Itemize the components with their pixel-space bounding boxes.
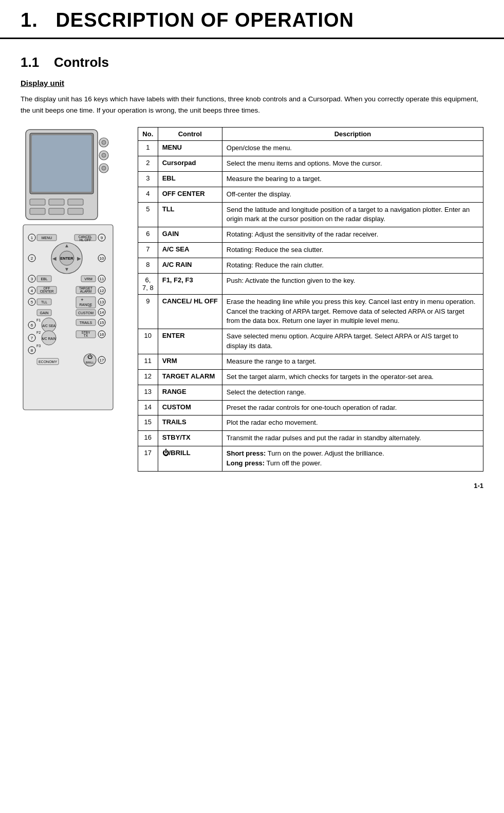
row-no: 10 [138,329,158,354]
row-description: Set the target alarm, which checks for t… [222,369,483,385]
page-title: 1. DESCRIPTION OF OPERATION [21,9,483,31]
row-control: A/C SEA [158,243,222,258]
row-description: Save selected menu option. Acquire ARPA … [222,329,483,354]
row-control: RANGE [158,385,222,400]
svg-text:8: 8 [31,348,33,353]
row-control: ENTER [158,329,222,354]
svg-text:ECONOMY: ECONOMY [39,360,58,364]
svg-text:▶: ▶ [77,256,81,261]
svg-text:MENU: MENU [42,236,52,240]
svg-text:11: 11 [100,277,104,281]
svg-text:ALARM: ALARM [80,290,91,293]
table-row: 10ENTERSave selected menu option. Acquir… [138,329,483,354]
row-description: Plot the radar echo movement. [222,415,483,431]
row-no: 8 [138,258,158,273]
svg-text:EBL: EBL [41,277,47,281]
svg-text:13: 13 [100,300,104,304]
row-no: 9 [138,294,158,329]
row-control: ⏻/BRILL [158,446,222,472]
table-row: 16STBY/TXTransmit the radar pulses and p… [138,431,483,446]
svg-text:A/C SEA: A/C SEA [42,324,55,328]
intro-text: The display unit has 16 keys which have … [21,94,483,116]
row-control: TLL [158,202,222,227]
row-description: Off-center the display. [222,187,483,202]
svg-text:14: 14 [100,310,104,315]
svg-text:F1: F1 [36,318,41,322]
page-content: 1.1 Controls Display unit The display un… [0,55,504,510]
table-row: 9CANCEL/ HL OFFErase the heading line wh… [138,294,483,329]
row-description: Measure the range to a target. [222,354,483,370]
row-no: 6, 7, 8 [138,273,158,294]
row-no: 3 [138,171,158,187]
row-description: Select the detection range. [222,385,483,400]
row-control: TRAILS [158,415,222,431]
row-no: 4 [138,187,158,202]
svg-text:4: 4 [31,288,33,293]
row-description: Measure the bearing to a target. [222,171,483,187]
svg-rect-13 [49,208,64,214]
row-no: 16 [138,431,158,446]
row-no: 14 [138,400,158,415]
svg-text:16: 16 [100,332,104,337]
svg-text:CUSTOM: CUSTOM [78,311,94,315]
table-row: 3EBLMeasure the bearing to a target. [138,171,483,187]
svg-rect-2 [32,135,91,192]
row-control: STBY/TX [158,431,222,446]
svg-text:17: 17 [100,358,104,363]
svg-text:+: + [81,297,83,302]
subsection-title: Display unit [21,79,483,87]
svg-text:ENTER: ENTER [60,256,73,261]
svg-text:F3: F3 [36,344,41,348]
svg-point-8 [102,166,106,170]
row-description: Send the latitude and longitude position… [222,202,483,227]
main-layout: 1 MENU CANCEL HL OFF 9 ENTER ▲ ▼ ◀ ▶ [21,127,483,472]
row-control: OFF CENTER [158,187,222,202]
row-description: Rotating: Reduce the sea clutter. [222,243,483,258]
row-description: Erase the heading line while you press t… [222,294,483,329]
row-no: 15 [138,415,158,431]
page-number: 1-1 [21,482,483,490]
svg-text:F2: F2 [36,331,41,334]
table-row: 5TLLSend the latitude and longitude posi… [138,202,483,227]
row-control: CANCEL/ HL OFF [158,294,222,329]
row-control: Cursorpad [158,156,222,172]
table-row: 12TARGET ALARMSet the target alarm, whic… [138,369,483,385]
svg-text:6: 6 [31,323,33,328]
row-control: CUSTOM [158,400,222,415]
row-description: Short press: Turn on the power. Adjust t… [222,446,483,472]
svg-text:HL OFF: HL OFF [80,238,91,242]
col-header-control: Control [158,128,222,141]
svg-point-4 [102,140,106,144]
row-no: 2 [138,156,158,172]
row-control: EBL [158,171,222,187]
svg-text:12: 12 [100,288,104,293]
svg-text:▲: ▲ [64,243,69,248]
row-no: 6 [138,227,158,243]
table-row: 11VRMMeasure the range to a target. [138,354,483,370]
row-no: 1 [138,141,158,156]
row-no: 5 [138,202,158,227]
svg-text:–: – [88,304,91,309]
svg-rect-9 [30,199,45,205]
table-row: 6GAINRotating: Adjust the sensitivity of… [138,227,483,243]
svg-text:9: 9 [101,236,103,240]
col-header-description: Description [222,128,483,141]
device-illustration: 1 MENU CANCEL HL OFF 9 ENTER ▲ ▼ ◀ ▶ [21,127,128,417]
row-description: Rotating: Adjust the sensitivity of the … [222,227,483,243]
svg-text:▼: ▼ [64,266,69,272]
row-control: VRM [158,354,222,370]
row-description: Rotating: Reduce the rain clutter. [222,258,483,273]
row-description: Preset the radar controls for one-touch … [222,400,483,415]
svg-text:3: 3 [31,277,33,281]
page-header: 1. DESCRIPTION OF OPERATION [0,0,504,39]
row-no: 13 [138,385,158,400]
svg-text:BRILL: BRILL [86,361,95,364]
row-control: TARGET ALARM [158,369,222,385]
device-svg: 1 MENU CANCEL HL OFF 9 ENTER ▲ ▼ ◀ ▶ [21,127,128,415]
svg-text:7: 7 [31,336,33,340]
col-header-no: No. [138,128,158,141]
svg-text:A/C RAIN: A/C RAIN [42,337,56,340]
row-control: F1, F2, F3 [158,273,222,294]
svg-text:CENTER: CENTER [40,290,54,293]
row-control: GAIN [158,227,222,243]
